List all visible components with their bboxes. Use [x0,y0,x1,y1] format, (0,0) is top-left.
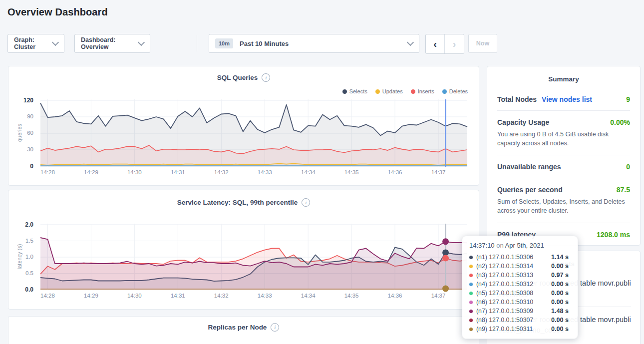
tooltip-row: (n4) 127.0.0.1:503120.00 s [469,280,571,289]
summary-row-capacity: Capacity Usage 0.00% You are using 0 B o… [497,110,630,155]
node-address: (n2) 127.0.0.1:50314 [476,263,551,270]
x-tick-label: 14:34 [293,293,323,299]
sql-queries-plot[interactable] [40,99,467,167]
x-tick-label: 14:36 [380,293,410,299]
y-tick-label: 1.5 [25,238,33,244]
now-button-label: Now [476,40,489,47]
total-nodes-label: Total Nodes [497,95,537,103]
y-tick-label: 0.5 [25,270,33,276]
chevron-down-icon [138,39,145,46]
info-icon[interactable]: i [302,198,310,207]
chevron-down-icon [407,39,414,46]
y-tick-label: 90 [27,113,33,119]
tooltip-node-list: (n1) 127.0.0.1:503061.14 s(n2) 127.0.0.1… [469,253,571,334]
x-tick-label: 14:28 [32,293,62,299]
x-tick-label: 14:35 [336,169,366,175]
y-tick-label: 0.0 [25,286,33,293]
node-address: (n5) 127.0.0.1:50308 [476,290,551,297]
node-address: (n8) 127.0.0.1:50307 [476,317,551,324]
x-tick-label: 14:28 [32,169,62,175]
node-latency-value: 1.48 s [551,308,571,315]
node-color-dot [469,319,473,322]
x-tick-label: 14:36 [380,169,410,175]
node-color-dot [469,301,473,304]
summary-panel: Summary Total Nodes View nodes list 9 Ca… [487,66,641,246]
node-latency-value: 0.00 s [551,281,571,288]
total-nodes-value: 9 [626,95,630,103]
unavailable-ranges-value: 0 [626,163,630,171]
qps-value: 87.5 [617,186,630,194]
header-divider [197,35,197,51]
node-latency-value: 0.97 s [551,272,571,279]
capacity-label: Capacity Usage [497,118,549,126]
node-color-dot [469,328,473,331]
node-color-dot [469,274,473,277]
legend-item-inserts[interactable]: Inserts [411,88,434,94]
dashboard-dropdown-label: Dashboard: Overview [81,36,139,50]
y-tick-label: 2.0 [25,221,33,228]
capacity-value: 0.00% [610,118,630,126]
time-range-dropdown[interactable]: 10m Past 10 Minutes [209,34,419,53]
qps-desc: Sum of Selects, Updates, Inserts, and De… [497,197,630,215]
legend-dot [375,89,380,94]
summary-row-unavailable: Unavailable ranges 0 [497,155,630,178]
tooltip-timestamp: 14:37:10 on Apr 5th, 2021 [469,242,571,249]
chart-title: SQL Queries [217,74,258,81]
tooltip-row: (n3) 127.0.0.1:503130.97 s [469,271,571,280]
chart-title: Service Latency: SQL, 99th percentile [177,199,298,206]
y-tick-label: 120 [23,97,33,104]
x-tick-label: 14:37 [423,293,453,299]
time-prev-button[interactable]: ‹ [426,34,445,53]
unavailable-ranges-label: Unavailable ranges [497,163,561,171]
legend-label: Deletes [449,88,468,94]
x-axis-ticks: 14:2814:2914:3014:3114:3214:3314:3414:35… [40,169,467,177]
node-address: (n4) 127.0.0.1:50312 [476,281,551,288]
node-color-dot [469,265,473,268]
tooltip-row: (n2) 127.0.0.1:503140.00 s [469,262,571,271]
view-nodes-list-link[interactable]: View nodes list [542,95,592,103]
summary-row-qps: Queries per second 87.5 Sum of Selects, … [497,178,630,222]
y-axis-ticks: 2.01.51.00.50.0 [8,224,37,290]
time-next-button[interactable]: › [445,34,464,53]
x-tick-label: 14:35 [336,293,366,299]
info-icon[interactable]: i [271,323,279,332]
legend-label: Inserts [418,88,434,94]
y-tick-label: 30 [27,146,33,152]
chart-legend: SelectsUpdatesInsertsDeletes [342,88,468,94]
node-latency-value: 0.00 s [551,317,571,324]
tooltip-row: (n5) 127.0.0.1:503080.00 s [469,289,571,298]
x-axis-ticks: 14:2814:2914:3014:3114:3214:3314:3414:35… [40,293,467,301]
node-address: (n9) 127.0.0.1:50311 [476,326,551,333]
node-address: (n1) 127.0.0.1:50306 [476,254,551,261]
x-tick-label: 14:30 [119,293,149,299]
node-latency-value: 0.00 s [551,326,571,333]
node-color-dot [469,292,473,295]
chevron-down-icon [52,39,59,46]
x-tick-label: 14:34 [293,169,323,175]
graph-dropdown[interactable]: Graph: Cluster [7,34,64,53]
node-address: (n7) 127.0.0.1:50309 [476,308,551,315]
y-axis-ticks: 1209060300 [8,99,37,167]
x-tick-label: 14:32 [206,169,236,175]
p99-latency-value: 1208.0 ms [597,231,630,239]
capacity-desc: You are using 0 B of 4.5 GiB usable disk… [497,130,630,148]
legend-dot [411,89,415,94]
node-address: (n3) 127.0.0.1:50313 [476,272,551,279]
tooltip-row: (n7) 127.0.0.1:503091.48 s [469,307,571,316]
service-latency-plot[interactable] [40,224,467,290]
node-latency-value: 0.00 s [551,299,571,306]
legend-item-selects[interactable]: Selects [342,88,367,94]
y-tick-label: 1.0 [25,254,33,260]
node-color-dot [469,283,473,286]
x-tick-label: 14:29 [76,293,106,299]
time-range-label: Past 10 Minutes [240,40,289,47]
x-tick-label: 14:33 [250,293,280,299]
dashboard-dropdown[interactable]: Dashboard: Overview [74,34,150,53]
now-button[interactable]: Now [468,34,497,53]
tooltip-row: (n9) 127.0.0.1:503110.00 s [469,325,571,334]
legend-item-updates[interactable]: Updates [375,88,403,94]
info-icon[interactable]: i [262,73,270,82]
service-latency-card: Service Latency: SQL, 99th percentile i … [8,190,479,310]
node-address: (n6) 127.0.0.1:50310 [476,299,551,306]
legend-item-deletes[interactable]: Deletes [442,88,468,94]
